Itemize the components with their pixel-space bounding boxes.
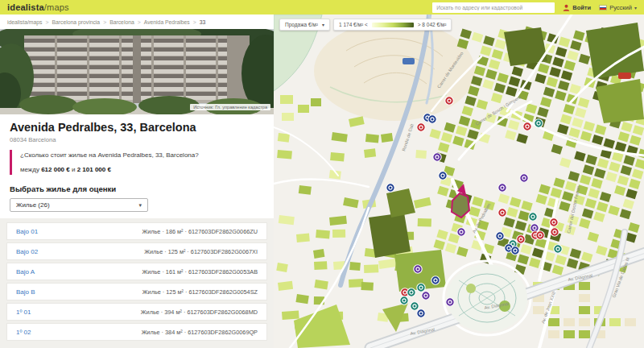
map-marker-teal[interactable] xyxy=(417,284,425,292)
map-marker-purple[interactable] xyxy=(433,153,441,161)
legend-metric-label: Продажа €/м² xyxy=(285,22,318,27)
russian-flag-icon xyxy=(599,5,607,10)
map-marker-blue[interactable] xyxy=(386,184,394,192)
unit-row[interactable]: Bajo AЖилье · 161 м² · 6127603DF2862G005… xyxy=(6,263,267,280)
map-marker-purple[interactable] xyxy=(498,184,506,192)
unit-link[interactable]: Bajo B xyxy=(16,288,35,296)
map-marker-purple[interactable] xyxy=(446,298,454,306)
map-marker-purple[interactable] xyxy=(414,265,422,273)
map-marker-red[interactable] xyxy=(550,218,558,226)
map-marker-blue[interactable] xyxy=(431,276,440,284)
map-marker-red[interactable] xyxy=(498,209,506,217)
map-marker-purple[interactable] xyxy=(422,292,430,300)
logo-secondary: /maps xyxy=(44,2,69,12)
valuation-question: ¿Сколько стоит жилье на Avenida Pedralbe… xyxy=(20,151,264,159)
map-marker-blue[interactable] xyxy=(496,232,504,240)
map-canvas[interactable]: Ronda de DaltCarrer de MontevideoCarrer … xyxy=(274,14,644,348)
map-marker-teal[interactable] xyxy=(529,213,537,221)
chevron-down-icon: ▾ xyxy=(634,5,637,10)
dropdown-value: Жилье (26) xyxy=(16,201,50,209)
map-marker-purple[interactable] xyxy=(520,174,528,182)
postal-code: 08034 Barcelona xyxy=(10,136,264,143)
building-photo-illustration xyxy=(0,29,274,114)
legend-metric-dropdown[interactable]: Продажа €/м² ▾ xyxy=(279,19,330,31)
unit-row[interactable]: Bajo BЖилье · 125 м² · 6127603DF2862G005… xyxy=(6,283,267,300)
property-info: Avenida Pedralbes, 33, Barcelona 08034 B… xyxy=(0,114,274,178)
unit-link[interactable]: 1º 02 xyxy=(16,329,31,336)
map-marker-red[interactable] xyxy=(551,228,559,236)
unit-selector-section: Выбрать жилье для оценки Жилье (26) ▾ xyxy=(0,178,274,218)
search-input[interactable] xyxy=(432,2,555,13)
selector-label: Выбрать жилье для оценки xyxy=(10,184,264,193)
price-max: 2 101 000 € xyxy=(77,166,111,173)
main-area: idealista/maps>Barcelona provincia>Barce… xyxy=(0,14,644,348)
road-badge-blue xyxy=(402,58,415,64)
logo-primary: idealista xyxy=(7,2,44,12)
map-marker-red[interactable] xyxy=(445,97,453,105)
chevron-down-icon: ▾ xyxy=(138,202,142,209)
unit-link[interactable]: Bajo A xyxy=(16,268,35,276)
map-marker-teal[interactable] xyxy=(411,302,419,310)
map-marker-teal[interactable] xyxy=(535,119,543,127)
road-badge-red xyxy=(618,72,631,79)
price-range: между 612 000 € и 2 101 000 € xyxy=(20,166,264,173)
left-panel: idealista/maps>Barcelona provincia>Barce… xyxy=(0,14,274,348)
unit-type-dropdown[interactable]: Жилье (26) ▾ xyxy=(10,198,148,212)
page-title: Avenida Pedralbes, 33, Barcelona xyxy=(10,121,264,134)
breadcrumb: idealista/maps>Barcelona provincia>Barce… xyxy=(0,14,274,29)
app-window: idealista/maps Войти Русский ▾ idealista… xyxy=(0,0,644,348)
breadcrumb-link[interactable]: 33 xyxy=(200,19,206,25)
unit-link[interactable]: Bajo 01 xyxy=(16,228,38,235)
map-marker-teal[interactable] xyxy=(554,245,562,253)
chevron-down-icon: ▾ xyxy=(322,22,324,27)
map-marker-red[interactable] xyxy=(417,123,425,131)
unit-link[interactable]: Bajo 02 xyxy=(16,248,38,255)
unit-details: Жилье · 186 м² · 6127603DF2862G0066ZU xyxy=(142,228,258,235)
unit-row[interactable]: 1º 01Жилье · 394 м² · 6127603DF2862G0068… xyxy=(6,303,267,321)
unit-details: Жилье · 125 м² · 6127603DF2862G0067XI xyxy=(144,248,258,255)
user-icon xyxy=(563,4,570,11)
unit-row[interactable]: 1º 02Жилье · 384 м² · 6127603DF2862G0069… xyxy=(6,323,267,341)
map-marker-red[interactable] xyxy=(536,231,544,239)
legend-max-label: > 8 042 €/м² xyxy=(418,22,447,27)
breadcrumb-link[interactable]: Avenida Pedralbes xyxy=(144,19,190,25)
price-conjunction: и xyxy=(72,166,75,173)
breadcrumb-link[interactable]: idealista/maps xyxy=(7,19,42,25)
unit-row[interactable]: Bajo 01Жилье · 186 м² · 6127603DF2862G00… xyxy=(6,222,267,240)
unit-details: Жилье · 394 м² · 6127603DF2862G0068MD xyxy=(141,309,258,316)
legend-min-label: 1 174 €/м² < xyxy=(339,22,368,27)
unit-details: Жилье · 161 м² · 6127603DF2862G0053AB xyxy=(142,268,258,276)
price-min: 612 000 € xyxy=(41,166,70,173)
map-marker-purple[interactable] xyxy=(457,228,465,236)
legend-scale: 1 174 €/м² < > 8 042 €/м² xyxy=(333,19,452,31)
language-label: Русский xyxy=(609,4,632,11)
unit-link[interactable]: 1º 01 xyxy=(16,309,31,316)
map-marker-blue[interactable] xyxy=(439,172,447,180)
map-marker-red[interactable] xyxy=(517,235,525,243)
map-marker-blue[interactable] xyxy=(428,115,436,123)
breadcrumb-separator: > xyxy=(193,19,196,25)
unit-row[interactable]: Bajo 02Жилье · 125 м² · 6127603DF2862G00… xyxy=(6,242,267,260)
map-marker-teal[interactable] xyxy=(400,296,408,304)
price-prefix: между xyxy=(20,166,39,173)
valuation-block: ¿Сколько стоит жилье на Avenida Pedralbe… xyxy=(10,150,264,175)
login-button[interactable]: Войти xyxy=(563,4,591,11)
breadcrumb-link[interactable]: Barcelona provincia xyxy=(52,19,100,25)
map-gardens xyxy=(447,264,527,332)
property-photo: Источник: Гл. управление кадастра xyxy=(0,29,274,114)
map-marker-red[interactable] xyxy=(523,122,531,130)
map-marker-blue[interactable] xyxy=(511,246,519,255)
legend-gradient xyxy=(372,23,414,27)
map-legend: Продажа €/м² ▾ 1 174 €/м² < > 8 042 €/м² xyxy=(279,19,452,31)
language-selector[interactable]: Русский ▾ xyxy=(599,4,637,11)
app-logo[interactable]: idealista/maps xyxy=(7,2,69,12)
map-marker-teal[interactable] xyxy=(407,288,415,296)
top-header: idealista/maps Войти Русский ▾ xyxy=(0,0,644,14)
login-label: Войти xyxy=(572,4,591,11)
breadcrumb-link[interactable]: Barcelona xyxy=(109,19,134,25)
unit-list: Bajo 01Жилье · 186 м² · 6127603DF2862G00… xyxy=(0,218,274,348)
breadcrumb-separator: > xyxy=(138,19,141,25)
unit-details: Жилье · 384 м² · 6127603DF2862G0069QP xyxy=(142,329,258,336)
map-svg[interactable]: Ronda de DaltCarrer de MontevideoCarrer … xyxy=(274,14,644,348)
map-marker-blue[interactable] xyxy=(417,309,425,317)
